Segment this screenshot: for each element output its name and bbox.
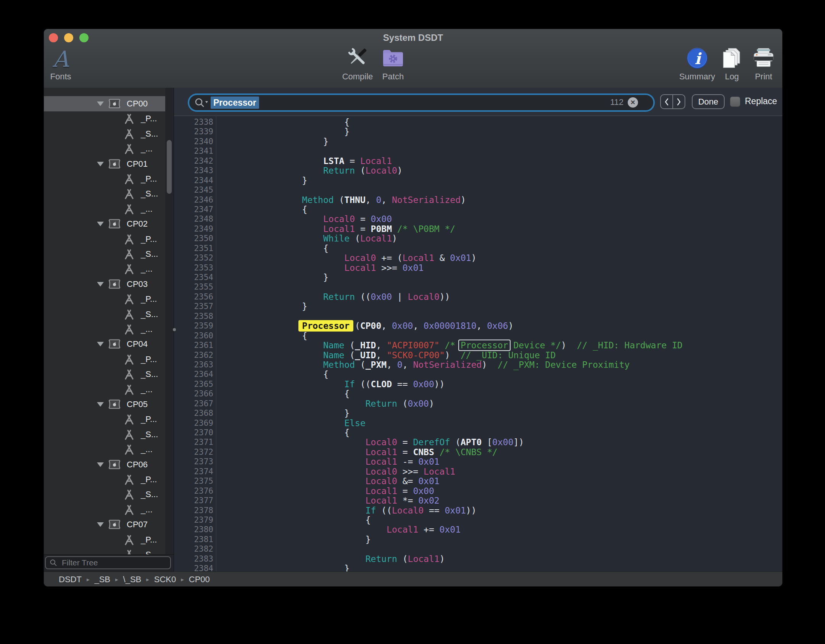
tree-group-label: CP04 [127, 336, 148, 352]
find-match-count: 112 [610, 97, 624, 107]
chevron-left-icon [664, 98, 669, 106]
method-icon [123, 233, 135, 247]
line-number: 2371 [174, 438, 213, 447]
line-number: 2378 [174, 506, 213, 515]
tree-item[interactable]: _P... [44, 472, 165, 487]
find-prev-next [660, 94, 685, 109]
sidebar-tree[interactable]: CP00_P..._S..._...CP01_P..._S..._...CP02… [44, 88, 174, 555]
find-next-button[interactable] [673, 95, 685, 108]
tree-item-label: _P... [141, 232, 157, 247]
tree-item-label: _S... [141, 246, 158, 262]
tree-group-label: CP03 [127, 277, 148, 292]
line-number: 2380 [174, 525, 213, 535]
filter-tree-input[interactable] [61, 557, 168, 568]
tree-item-label: _P... [141, 412, 157, 427]
disclosure-triangle-icon[interactable] [97, 522, 104, 527]
method-icon [123, 444, 135, 457]
replace-checkbox[interactable] [730, 97, 740, 107]
tree-group-cp01[interactable]: CP01 [44, 156, 165, 172]
code-line: 2357 } [174, 302, 782, 311]
code-line: 2358 [174, 312, 782, 321]
tree-item[interactable]: _P... [44, 291, 165, 307]
toolbar-print-button[interactable]: Print [737, 42, 782, 82]
find-previous-button[interactable] [661, 95, 673, 108]
disclosure-triangle-icon[interactable] [97, 101, 104, 106]
tree-item[interactable]: _S... [44, 487, 165, 502]
code-line: 2367 Return (0x00) [174, 399, 782, 409]
disclosure-triangle-icon[interactable] [97, 342, 104, 346]
breadcrumb-item[interactable]: DSDT [59, 575, 82, 584]
done-button[interactable]: Done [692, 94, 725, 109]
tree-item-label: _... [141, 442, 153, 457]
find-input[interactable]: Processor 112 ✕ [188, 93, 655, 112]
code-line: 2370 { [174, 428, 782, 438]
method-icon [123, 173, 135, 187]
method-icon [123, 549, 135, 555]
tree-item[interactable]: _S... [44, 126, 165, 142]
code-line: 2364 { [174, 370, 782, 379]
tree-item-label: _S... [141, 367, 158, 382]
tree-item[interactable]: _... [44, 382, 165, 397]
tree-item[interactable]: _S... [44, 547, 165, 555]
line-number: 2342 [174, 156, 213, 166]
tree-item[interactable]: _S... [44, 186, 165, 201]
tree-group-cp05[interactable]: CP05 [44, 397, 165, 412]
patch-folder-icon [366, 42, 420, 70]
tree-item[interactable]: _... [44, 442, 165, 457]
tree-item[interactable]: _P... [44, 232, 165, 247]
tree-item[interactable]: _... [44, 322, 165, 337]
line-number: 2364 [174, 370, 213, 379]
splitter-handle[interactable] [173, 328, 176, 331]
tree-item[interactable]: _P... [44, 412, 165, 427]
toolbar-patch-button[interactable]: Patch [366, 42, 420, 82]
line-number: 2360 [174, 331, 213, 341]
tree-item[interactable]: _... [44, 141, 165, 156]
tree-group-cp04[interactable]: CP04 [44, 336, 165, 352]
tree-item-label: _... [141, 502, 153, 517]
code-line: 2343 Return (Local0) [174, 166, 782, 175]
tree-group-cp00[interactable]: CP00 [44, 96, 165, 111]
replace-label: Replace [745, 96, 777, 106]
tree-group-cp07[interactable]: CP07 [44, 517, 165, 532]
breadcrumb-item[interactable]: _SB [94, 575, 110, 584]
disclosure-triangle-icon[interactable] [97, 222, 104, 226]
disclosure-triangle-icon[interactable] [97, 282, 104, 287]
tree-item[interactable]: _S... [44, 427, 165, 442]
code-line: 2352 Local0 += (Local1 & 0x01) [174, 253, 782, 263]
tree-item[interactable]: _... [44, 502, 165, 517]
tree-item[interactable]: _P... [44, 532, 165, 547]
method-icon [123, 474, 135, 487]
tree-item[interactable]: _P... [44, 111, 165, 126]
disclosure-triangle-icon[interactable] [97, 462, 104, 467]
disclosure-triangle-icon[interactable] [97, 162, 104, 166]
sidebar-scrollbar-thumb[interactable] [167, 140, 172, 194]
search-menu-icon[interactable] [194, 97, 209, 108]
tree-item[interactable]: _... [44, 201, 165, 217]
code-line: 2347 { [174, 205, 782, 214]
line-number: 2340 [174, 137, 213, 147]
tree-group-cp02[interactable]: CP02 [44, 216, 165, 232]
breadcrumb-item[interactable]: CP00 [189, 575, 210, 584]
code-editor[interactable]: 2338 {2339 }2340 }23412342 LSTA = Local1… [174, 118, 782, 572]
method-icon [123, 128, 135, 142]
clear-search-icon[interactable]: ✕ [628, 97, 638, 108]
tree-group-cp03[interactable]: CP03 [44, 277, 165, 292]
tree-group-cp06[interactable]: CP06 [44, 457, 165, 472]
line-number: 2367 [174, 399, 213, 409]
tree-item[interactable]: _S... [44, 307, 165, 322]
tree-group-label: CP02 [127, 216, 148, 232]
tree-item-label: _S... [141, 547, 158, 555]
method-icon [123, 354, 135, 367]
disclosure-triangle-icon[interactable] [97, 402, 104, 407]
tree-item[interactable]: _P... [44, 171, 165, 187]
breadcrumb-item[interactable]: SCK0 [154, 575, 176, 584]
tree-item[interactable]: _S... [44, 367, 165, 382]
code-line: 2371 Local0 = DerefOf (APT0 [0x00]) [174, 438, 782, 447]
breadcrumb-item[interactable]: \_SB [123, 575, 142, 584]
tree-item[interactable]: _P... [44, 352, 165, 367]
tree-item[interactable]: _... [44, 261, 165, 277]
filter-zone [44, 554, 174, 572]
toolbar-fonts-button[interactable]: A Fonts [44, 42, 87, 82]
tree-item[interactable]: _S... [44, 246, 165, 262]
filter-tree-field[interactable] [45, 556, 171, 569]
